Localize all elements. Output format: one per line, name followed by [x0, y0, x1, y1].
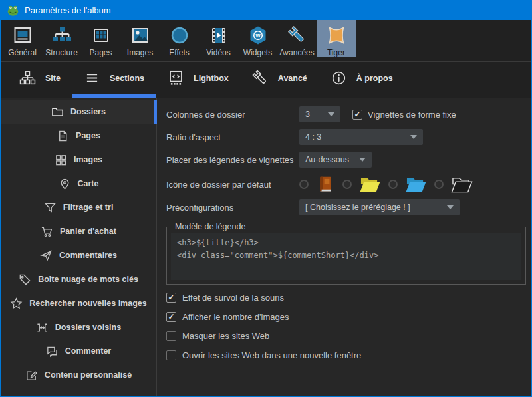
toolbar-tab-videos[interactable]: Vidéos [199, 20, 238, 57]
check-icon: ✓ [168, 293, 174, 301]
tab-about[interactable]: À propos [319, 62, 404, 98]
map-pin-icon [59, 178, 71, 190]
paper-plane-icon [40, 249, 53, 262]
star-icon [10, 297, 23, 310]
grid-icon [55, 154, 67, 166]
tab-label: Sections [110, 74, 144, 83]
folder-icon-options [299, 175, 473, 194]
info-icon [330, 69, 348, 87]
toolbar-tab-structure[interactable]: Structure [42, 20, 81, 57]
toolbar-tab-widgets[interactable]: w Widgets [238, 20, 277, 57]
sidebar-item-filtrage[interactable]: Filtrage et tri [1, 196, 156, 219]
check-icon: ✓ [168, 313, 174, 321]
caption-placement-select[interactable]: Au-dessous [299, 152, 372, 168]
book-icon [316, 175, 335, 194]
sidebar-item-dossiers[interactable]: Dossiers [1, 100, 156, 124]
sidebar-item-commenter[interactable]: Commenter [1, 339, 156, 363]
toolbar-tab-pages[interactable]: Pages [81, 20, 120, 57]
yellow-folder-icon [359, 175, 381, 194]
presets-label: Préconfigurations [166, 203, 299, 213]
tab-lightbox[interactable]: Lightbox [156, 62, 240, 98]
skin-tabbar: Site Sections Lightbox [1, 62, 531, 98]
checkbox: ✓ [166, 312, 176, 322]
radio-outline-folder[interactable] [434, 180, 444, 189]
toolbar-tab-images[interactable]: Images [120, 20, 160, 57]
jalbum-frog-icon [7, 4, 19, 17]
checkbox: ✓ [166, 350, 176, 360]
default-folder-icon-label: Icône de dossier par défaut [166, 180, 299, 190]
folder-icon [51, 106, 64, 118]
circle-icon [168, 24, 191, 47]
sidebar-item-carte[interactable]: Carte [1, 172, 156, 196]
checkbox-open-websites-new-window[interactable]: ✓ Ouvrir les sites Web dans une nouvelle… [166, 348, 526, 362]
cart-icon [41, 225, 53, 238]
folder-columns-select[interactable]: 3 [299, 106, 340, 122]
tab-advanced[interactable]: Avancé [240, 62, 319, 98]
sections-sidebar: Dossiers Pages Images [1, 98, 157, 397]
picture-icon [129, 24, 152, 47]
caption-placement-label: Placer des légendes de vignettes [166, 155, 299, 165]
toolbar-tab-tiger[interactable]: Tiger [317, 20, 356, 57]
checkbox-show-image-count[interactable]: ✓ Afficher le nombre d'images [166, 309, 526, 324]
sidebar-item-rechercher-images[interactable]: Rechercher nouvelles images [1, 291, 156, 315]
sitemap-icon [19, 69, 37, 87]
radio-blue-folder[interactable] [388, 180, 398, 189]
org-tree-icon [51, 24, 73, 47]
fixed-thumbnails-checkbox[interactable]: ✓ Vignettes de forme fixe [352, 110, 456, 120]
film-icon [207, 24, 230, 47]
album-settings-window: Paramètres de l'album Général [0, 0, 532, 397]
speech-bubbles-icon [46, 345, 59, 358]
svg-text:w: w [255, 32, 261, 39]
hamburger-icon [83, 69, 101, 87]
caption-template-group: Modèle de légende <h3>${title}</h3> <div… [166, 222, 526, 285]
chevron-down-icon [447, 205, 454, 209]
checkbox: ✓ [352, 110, 362, 120]
row-presets: Préconfigurations [ Choisissez le prérég… [166, 199, 526, 215]
radio-book[interactable] [299, 180, 309, 189]
check-icon: ✓ [354, 110, 360, 118]
sidebar-item-pages[interactable]: Pages [1, 124, 156, 148]
outline-folder-icon [451, 175, 473, 194]
code-box-icon [167, 69, 185, 87]
funnel-icon [44, 201, 57, 214]
titlebar: Paramètres de l'album [0, 0, 532, 20]
checkbox-hover-effect[interactable]: ✓ Effet de survol de la souris [166, 290, 526, 305]
caption-template-label: Modèle de légende [172, 222, 248, 231]
tab-sections[interactable]: Sections [72, 62, 156, 98]
presets-select[interactable]: [ Choisissez le préréglage ! ] [299, 199, 460, 215]
body: Dossiers Pages Images [1, 98, 531, 397]
chevron-down-icon [410, 135, 417, 139]
sidebar-item-commentaires[interactable]: Commentaires [1, 243, 156, 267]
sidebar-item-dossiers-voisins[interactable]: Dossiers voisins [1, 315, 156, 339]
aspect-ratio-select[interactable]: 4 : 3 [299, 129, 423, 145]
row-aspect-ratio: Ratio d'aspect 4 : 3 [166, 129, 526, 145]
brackets-arrow-icon [36, 321, 49, 334]
pelt-icon [325, 24, 348, 47]
tab-site[interactable]: Site [7, 62, 72, 98]
selected-item-indicator [154, 100, 157, 124]
toolbar-tab-effects[interactable]: Effets [160, 20, 199, 57]
wrench-icon [286, 24, 309, 47]
tab-label: À propos [356, 74, 393, 83]
settings-panel: Colonnes de dossier 3 ✓ Vignettes de for… [157, 98, 531, 397]
sidebar-item-panier[interactable]: Panier d'achat [1, 219, 156, 243]
toolbar-tab-advanced[interactable]: Avancées [277, 20, 317, 57]
chevron-down-icon [359, 158, 366, 162]
checkbox-hide-websites[interactable]: ✓ Masquer les sites Web [166, 329, 526, 343]
monitor-icon [11, 24, 34, 47]
aspect-ratio-label: Ratio d'aspect [166, 132, 299, 142]
page-icon [57, 130, 69, 142]
tag-icon [19, 273, 31, 286]
window-title: Paramètres de l'album [25, 5, 111, 15]
sidebar-item-contenu-personnalise[interactable]: Contenu personnalisé [1, 363, 156, 387]
caption-template-textarea[interactable]: <h3>${title}</h3> <div class="comment">$… [171, 233, 521, 280]
sidebar-item-nuage-mots-cles[interactable]: Boîte nuage de mots clés [1, 267, 156, 291]
sidebar-item-images[interactable]: Images [1, 148, 156, 172]
hexagon-w-icon: w [247, 24, 269, 47]
radio-yellow-folder[interactable] [342, 180, 352, 189]
blue-folder-icon [405, 175, 427, 194]
toolbar-tab-general[interactable]: Général [3, 20, 42, 57]
folder-columns-label: Colonnes de dossier [166, 110, 299, 120]
checkbox: ✓ [166, 331, 176, 341]
row-caption-placement: Placer des légendes de vignettes Au-dess… [166, 152, 526, 168]
